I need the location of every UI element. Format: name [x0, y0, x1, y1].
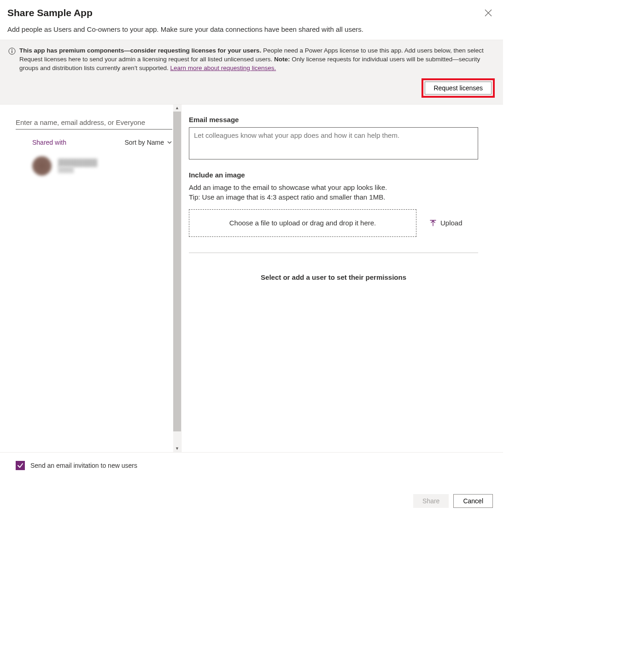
request-licenses-highlight: Request licenses	[422, 78, 495, 98]
divider	[189, 253, 478, 253]
include-image-label: Include an image	[189, 171, 489, 179]
banner-learn-more-link[interactable]: Learn more about requesting licenses.	[170, 65, 276, 71]
upload-button[interactable]: Upload	[429, 219, 463, 227]
shared-with-label: Shared with	[32, 139, 66, 146]
people-search-input[interactable]	[16, 117, 172, 130]
upload-label: Upload	[440, 219, 463, 227]
check-icon	[17, 462, 23, 469]
info-icon	[8, 47, 16, 55]
send-email-checkbox[interactable]	[16, 461, 25, 470]
scrollbar[interactable]: ▲ ▼	[173, 105, 181, 452]
scroll-up-arrow[interactable]: ▲	[175, 105, 179, 112]
banner-note-label: Note:	[274, 56, 290, 63]
list-item[interactable]: ████████ ████	[32, 156, 167, 176]
svg-rect-2	[12, 51, 12, 53]
permissions-prompt: Select or add a user to set their permis…	[189, 273, 478, 281]
email-message-input[interactable]	[189, 127, 478, 159]
image-desc-line-1: Add an image to the email to showcase wh…	[189, 183, 489, 192]
svg-point-1	[12, 49, 12, 50]
file-dropzone[interactable]: Choose a file to upload or drag and drop…	[189, 209, 416, 237]
sort-label-text: Sort by Name	[124, 139, 164, 146]
avatar	[32, 156, 52, 176]
banner-lead-bold: This app has premium components—consider…	[19, 47, 261, 54]
image-desc-line-2: Tip: Use an image that is 4:3 aspect rat…	[189, 192, 489, 202]
close-icon	[485, 9, 492, 17]
page-subtitle: Add people as Users and Co-owners to you…	[0, 20, 503, 40]
share-button[interactable]: Share	[413, 494, 449, 508]
scroll-thumb[interactable]	[173, 112, 181, 431]
upload-icon	[429, 219, 437, 227]
close-button[interactable]	[483, 7, 494, 20]
request-licenses-button[interactable]: Request licenses	[425, 82, 492, 94]
dropzone-text: Choose a file to upload or drag and drop…	[229, 219, 376, 227]
user-sub-redacted: ████	[58, 166, 97, 173]
send-email-label: Send an email invitation to new users	[30, 462, 137, 469]
chevron-down-icon	[167, 140, 172, 145]
page-title: Share Sample App	[7, 7, 93, 18]
info-banner: This app has premium components—consider…	[0, 40, 503, 105]
scroll-down-arrow[interactable]: ▼	[175, 445, 179, 452]
email-message-label: Email message	[189, 116, 489, 124]
cancel-button[interactable]: Cancel	[453, 494, 493, 508]
user-name-redacted: ████████	[58, 159, 97, 166]
sort-button[interactable]: Sort by Name	[124, 139, 172, 146]
